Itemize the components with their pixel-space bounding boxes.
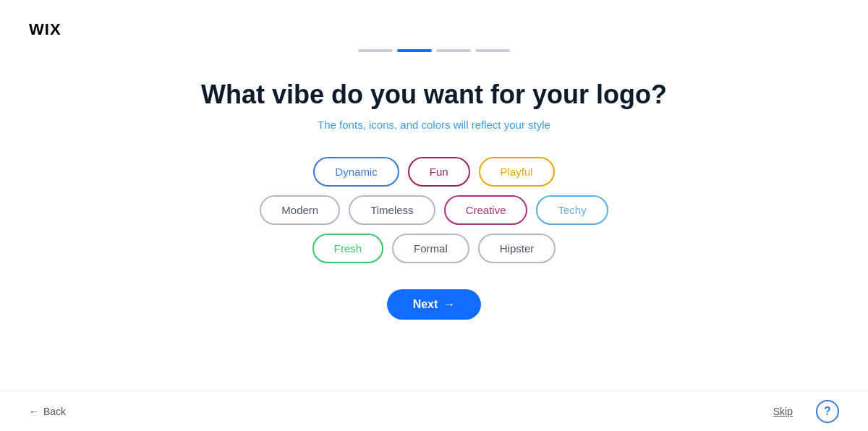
chips-row-1: Dynamic Fun Playful (313, 157, 554, 187)
back-link[interactable]: ← Back (29, 406, 66, 417)
chip-creative[interactable]: Creative (444, 195, 528, 225)
progress-segment-2 (397, 49, 432, 52)
chip-techy[interactable]: Techy (536, 195, 608, 225)
page-subtitle: The fonts, icons, and colors will reflec… (318, 119, 550, 131)
progress-bar (358, 49, 510, 52)
chips-row-3: Fresh Formal Hipster (312, 234, 556, 263)
chip-modern[interactable]: Modern (260, 195, 340, 225)
chip-fresh[interactable]: Fresh (312, 234, 383, 263)
chip-playful[interactable]: Playful (479, 157, 555, 187)
back-label: Back (43, 406, 66, 417)
vibe-chips-container: Dynamic Fun Playful Modern Timeless Crea… (260, 157, 608, 263)
next-button[interactable]: Next → (387, 289, 482, 320)
chip-dynamic[interactable]: Dynamic (313, 157, 399, 187)
chip-fun[interactable]: Fun (408, 157, 470, 187)
back-arrow-icon: ← (29, 406, 39, 417)
progress-segment-1 (358, 49, 393, 52)
page-title: What vibe do you want for your logo? (201, 80, 667, 110)
chip-hipster[interactable]: Hipster (478, 234, 556, 263)
progress-segment-3 (436, 49, 471, 52)
next-button-label: Next (413, 298, 438, 311)
main-content: What vibe do you want for your logo? The… (0, 0, 868, 320)
chips-row-2: Modern Timeless Creative Techy (260, 195, 608, 225)
bottom-right-actions: Skip ? (773, 400, 839, 423)
bottom-bar: ← Back Skip ? (0, 391, 868, 431)
chip-timeless[interactable]: Timeless (349, 195, 435, 225)
help-button[interactable]: ? (816, 400, 839, 423)
progress-segment-4 (475, 49, 510, 52)
chip-formal[interactable]: Formal (392, 234, 469, 263)
arrow-right-icon: → (443, 298, 455, 311)
wix-logo: WIX (29, 20, 61, 39)
skip-link[interactable]: Skip (773, 406, 793, 417)
